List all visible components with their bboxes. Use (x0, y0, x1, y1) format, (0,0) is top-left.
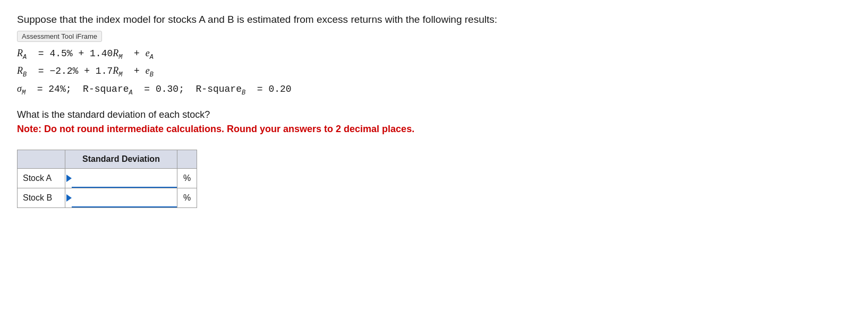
table-header-empty (18, 150, 65, 169)
intro-text: Suppose that the index model for stocks … (17, 13, 851, 27)
equation-2: RB = −2.2% + 1.7RM + eB (17, 63, 851, 81)
question-text: What is the standard deviation of each s… (17, 109, 851, 120)
stock-b-input-cell (65, 188, 177, 208)
stock-b-arrow-icon (66, 194, 72, 202)
stock-b-input[interactable] (72, 188, 177, 207)
table-header-unit (177, 150, 197, 169)
stock-a-input-cell (65, 169, 177, 188)
answer-table: Standard Deviation Stock A % Stock B (17, 150, 197, 208)
table-row-stock-a: Stock A % (18, 169, 197, 188)
equations-block: RA = 4.5% + 1.40RM + eA RB = −2.2% + 1.7… (17, 45, 851, 99)
stock-b-percent: % (177, 188, 197, 208)
stock-a-arrow-icon (66, 175, 72, 182)
stock-b-label: Stock B (18, 188, 65, 208)
table-row-stock-b: Stock B % (18, 188, 197, 208)
stock-a-label: Stock A (18, 169, 65, 188)
note-text: Note: Do not round intermediate calculat… (17, 124, 851, 135)
iframe-badge: Assessment Tool iFrame (17, 31, 102, 42)
table-header-std-dev: Standard Deviation (65, 150, 177, 169)
stock-a-input[interactable] (72, 169, 177, 188)
stock-a-percent: % (177, 169, 197, 188)
equation-1: RA = 4.5% + 1.40RM + eA (17, 45, 851, 63)
equation-3: σM = 24%; R-squareA = 0.30; R-squareB = … (17, 81, 851, 99)
